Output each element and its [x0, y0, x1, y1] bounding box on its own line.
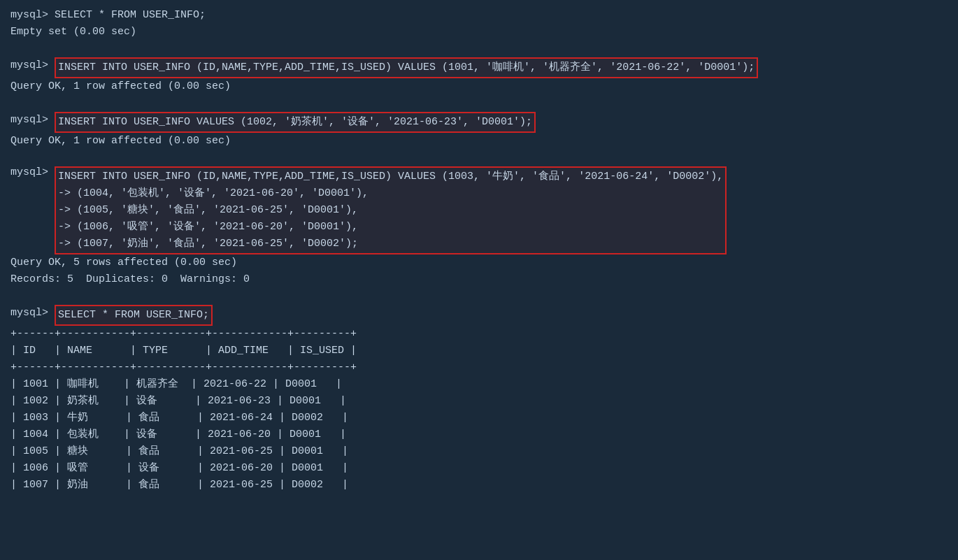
terminal-line: Query OK, 1 row affected (0.00 sec) — [10, 133, 948, 150]
terminal-line: | ID | NAME | TYPE | ADD_TIME | IS_USED … — [10, 343, 948, 359]
sql-multi-command-block: mysql> INSERT INTO USER_INFO (ID,NAME,TY… — [10, 166, 948, 254]
terminal-line: Empty set (0.00 sec) — [10, 24, 948, 41]
empty-line — [10, 288, 948, 305]
sql-statement: INSERT INTO USER_INFO VALUES (1002, '奶茶机… — [55, 112, 536, 133]
sql-command-block: mysql> SELECT * FROM USER_INFO; — [10, 305, 948, 326]
terminal-line: | 1005 | 糖块 | 食品 | 2021-06-25 | D0001 | — [10, 443, 948, 460]
terminal-line: | 1004 | 包装机 | 设备 | 2021-06-20 | D0001 | — [10, 426, 948, 443]
empty-line — [10, 95, 948, 112]
terminal-line: | 1006 | 吸管 | 设备 | 2021-06-20 | D0001 | — [10, 460, 948, 477]
mysql-prompt: mysql> — [10, 112, 55, 129]
empty-line — [10, 41, 948, 57]
terminal-line: mysql> SELECT * FROM USER_INFO; — [10, 7, 948, 24]
terminal-line: Records: 5 Duplicates: 0 Warnings: 0 — [10, 271, 948, 288]
sql-multi-statement: INSERT INTO USER_INFO (ID,NAME,TYPE,ADD_… — [55, 166, 727, 254]
terminal-line: | 1001 | 咖啡机 | 机器齐全 | 2021-06-22 | D0001… — [10, 376, 948, 393]
terminal-line: | 1002 | 奶茶机 | 设备 | 2021-06-23 | D0001 | — [10, 393, 948, 410]
sql-command-block: mysql> INSERT INTO USER_INFO VALUES (100… — [10, 112, 948, 133]
empty-line — [10, 150, 948, 166]
terminal-line: +------+-----------+-----------+--------… — [10, 359, 948, 376]
terminal-line: Query OK, 5 rows affected (0.00 sec) — [10, 254, 948, 271]
mysql-prompt: mysql> — [10, 57, 55, 74]
sql-command-block: mysql> INSERT INTO USER_INFO (ID,NAME,TY… — [10, 57, 948, 78]
terminal-line: | 1007 | 奶油 | 食品 | 2021-06-25 | D0002 | — [10, 477, 948, 494]
sql-statement: SELECT * FROM USER_INFO; — [55, 305, 213, 326]
terminal-window: mysql> SELECT * FROM USER_INFO;Empty set… — [10, 7, 948, 494]
mysql-prompt: mysql> — [10, 305, 55, 322]
terminal-line: Query OK, 1 row affected (0.00 sec) — [10, 78, 948, 95]
sql-statement: INSERT INTO USER_INFO (ID,NAME,TYPE,ADD_… — [55, 57, 758, 78]
mysql-prompt: mysql> — [10, 166, 55, 178]
terminal-line: +------+-----------+-----------+--------… — [10, 326, 948, 343]
terminal-line: | 1003 | 牛奶 | 食品 | 2021-06-24 | D0002 | — [10, 410, 948, 426]
